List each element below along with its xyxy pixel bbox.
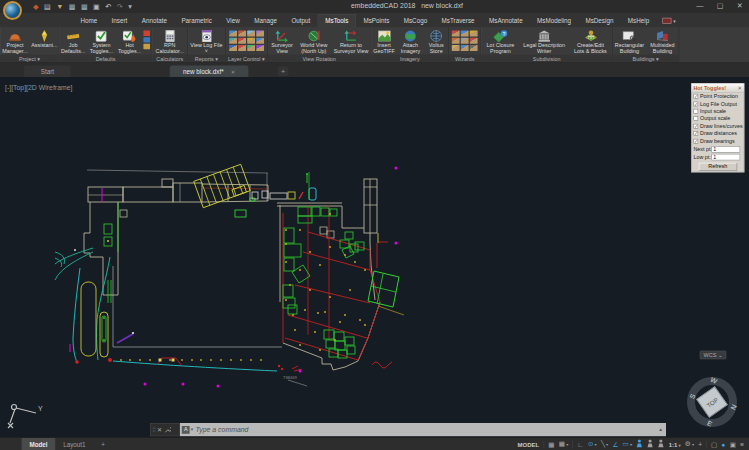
layer-tool-icon[interactable] <box>256 31 264 37</box>
open-file-icon[interactable]: ▼ <box>56 2 63 12</box>
layout-tab-+[interactable]: + <box>93 438 112 450</box>
layer-tool-icon[interactable] <box>247 31 255 37</box>
app-export-icon[interactable]: ◆ <box>33 2 39 12</box>
object-snap-tracking-icon[interactable]: ╲ ▾ <box>601 438 608 450</box>
layer-tool-icon[interactable] <box>247 38 255 44</box>
toggle-row-draw-bearings[interactable]: ✓Draw bearings <box>692 137 744 144</box>
app-logo-icon[interactable] <box>3 1 22 20</box>
insert-geotiff-button[interactable]: InsertGeoTIFF <box>371 28 396 54</box>
layer-tool-icon[interactable] <box>238 45 246 51</box>
viewport-controls-label[interactable]: [-][Top][2D Wireframe] <box>5 84 205 96</box>
rpn-calculator-button[interactable]: RPNCalculator... <box>152 28 187 54</box>
close-button[interactable]: ✕ <box>737 1 743 9</box>
layer-tool-icon[interactable] <box>238 31 246 37</box>
create-edit-lots-blocks-button[interactable]: HHCreate/EditLots & Blocks <box>569 28 612 54</box>
layout-tab-layout1[interactable]: Layout1 <box>55 438 93 450</box>
viewcube-top-face[interactable]: TOP <box>697 387 728 418</box>
isolate-objects-icon[interactable]: ▢ <box>711 439 717 450</box>
menu-tab-msannotate[interactable]: MsAnnotate <box>482 14 530 27</box>
toggle-row-log-file-output[interactable]: ✓Log File Output <box>692 100 744 107</box>
job-defaults-button[interactable]: JobDefaults... <box>59 28 87 54</box>
world-view-north-up-button[interactable]: World View(North Up) <box>296 28 331 54</box>
layer-tool-icon[interactable] <box>461 38 469 44</box>
clean-screen-icon[interactable]: ▣ <box>730 439 736 450</box>
multisided-building-button[interactable]: MultisidedBuilding <box>646 28 678 54</box>
layer-tool-icon[interactable] <box>229 31 237 37</box>
assistant-button[interactable]: Assistant... <box>30 28 59 49</box>
annotation-visibility-icon[interactable] <box>636 439 643 450</box>
plus-icon[interactable]: + <box>698 439 702 450</box>
print-icon[interactable]: ▣ <box>93 2 100 12</box>
customization-menu-icon[interactable]: ≡ <box>740 439 744 450</box>
maximize-button[interactable]: ▢ <box>717 1 724 9</box>
tab-start[interactable]: Start <box>24 65 71 77</box>
layer-tool-icon[interactable] <box>461 31 469 37</box>
save-icon[interactable]: ▦ <box>69 2 76 12</box>
menu-tab-msdesign[interactable]: MsDesign <box>578 14 620 27</box>
checkbox[interactable]: ✓ <box>693 131 698 136</box>
return-to-surveyor-view-button[interactable]: Return toSurveyor View <box>331 28 371 54</box>
menu-tab-mshelp[interactable]: MsHelp <box>621 14 657 27</box>
annotation-autoscale-icon[interactable] <box>647 439 654 450</box>
toggle-row-input-scale[interactable]: Input scale <box>692 107 744 114</box>
group-label[interactable]: Imagery <box>371 55 448 63</box>
layer-tool-icon[interactable] <box>452 38 460 44</box>
menu-tab-home[interactable]: Home <box>73 14 104 27</box>
field-input[interactable]: 1 <box>711 154 740 161</box>
project-manager-button[interactable]: ProjectManager... <box>0 28 30 54</box>
menu-tab-manage[interactable]: Manage <box>247 14 284 27</box>
drawing-canvas[interactable]: [-][Top][2D Wireframe] TS8469 WCS ⌄ W S … <box>0 77 749 437</box>
view-log-file-button[interactable]: View Log File˅ <box>188 28 225 54</box>
checkbox[interactable]: ✓ <box>693 101 698 106</box>
redo-icon[interactable]: ↷ <box>117 2 123 12</box>
group-label[interactable]: Defaults <box>59 55 151 63</box>
group-label[interactable]: Reports ▾ <box>188 55 225 63</box>
command-a-icon[interactable]: A <box>182 426 190 434</box>
surveyor-view-button[interactable]: SurveyorView <box>268 28 297 54</box>
layer-tool-icon[interactable] <box>256 38 264 44</box>
command-input[interactable]: A ▾ Type a command ▲ <box>180 423 666 436</box>
tab-new-block[interactable]: new block.dxf*✕ <box>170 65 249 77</box>
mini-tool-icon[interactable] <box>143 37 150 42</box>
checkbox[interactable] <box>693 116 698 121</box>
polar-tracking-icon[interactable]: ⊙ ▾ <box>588 438 597 450</box>
rectangular-building-button[interactable]: RectangularBuilding <box>613 28 647 54</box>
checkbox[interactable] <box>693 109 698 114</box>
group-label[interactable]: Wizards <box>449 55 481 63</box>
layer-tool-icon[interactable] <box>452 31 460 37</box>
snap-mode-icon[interactable]: ▦ ▾ <box>559 438 569 450</box>
toggle-row-draw-distances[interactable]: ✓Draw distances <box>692 130 744 137</box>
menu-tab-mstraverse[interactable]: MsTraverse <box>434 14 481 27</box>
dynamic-input-icon[interactable]: ▭ ▾ <box>623 438 633 450</box>
customize-wrench-icon[interactable] <box>164 426 171 433</box>
layout-tab-model[interactable]: Model <box>22 438 56 450</box>
mini-tool-icon[interactable] <box>143 44 150 49</box>
layer-tool-icon[interactable] <box>229 38 237 44</box>
checkbox[interactable]: ✓ <box>693 139 698 144</box>
group-label[interactable]: Layer Control ▾ <box>226 55 267 63</box>
workspace-gear-icon[interactable]: ⚙ ▾ <box>685 438 694 450</box>
command-expand-icon[interactable]: ▲ <box>658 427 663 432</box>
new-tab-button[interactable]: + <box>278 67 289 77</box>
qat-dropdown-icon[interactable]: ▾ <box>128 2 132 12</box>
group-label[interactable]: Calculators <box>152 55 187 63</box>
minimize-button[interactable]: — <box>696 1 703 9</box>
menu-extra-tool[interactable]: ▾ <box>662 18 675 28</box>
menu-tab-msmodeling[interactable]: MsModeling <box>530 14 578 27</box>
hot-toggles-button[interactable]: HotToggles... <box>116 28 144 54</box>
lot-closure-program-button[interactable]: ?Lot ClosureProgram <box>481 28 519 54</box>
menu-tab-output[interactable]: Output <box>284 14 317 27</box>
save-as-icon[interactable]: ▦ <box>81 2 88 12</box>
hot-toggles-close-icon[interactable]: ✕ <box>737 85 742 91</box>
checkbox[interactable]: ✓ <box>693 124 698 129</box>
layer-tool-icon[interactable] <box>470 38 478 44</box>
group-label[interactable]: View Rotation <box>268 55 371 63</box>
menu-tab-parametric[interactable]: Parametric <box>174 14 219 27</box>
menu-tab-mspoints[interactable]: MsPoints <box>356 14 396 27</box>
voltus-store-button[interactable]: VoltusStore <box>424 28 448 54</box>
annotation-scale-icon[interactable] <box>658 439 665 450</box>
group-label[interactable]: Buildings ▾ <box>613 55 679 63</box>
menu-tab-view[interactable]: View <box>219 14 247 27</box>
attach-imagery-button[interactable]: AttachImagery <box>397 28 425 54</box>
layer-tool-icon[interactable] <box>238 38 246 44</box>
